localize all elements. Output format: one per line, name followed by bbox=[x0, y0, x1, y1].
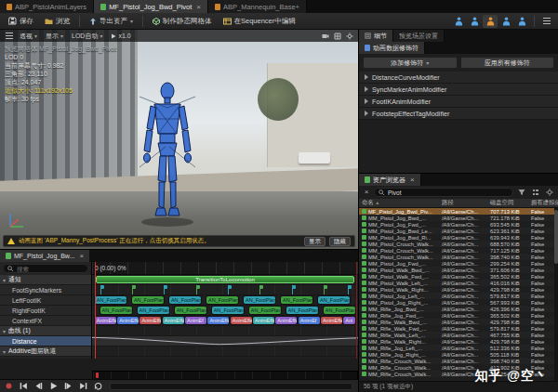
anim-effect-notify-tag[interactable]: AnimEffect bbox=[207, 317, 229, 324]
playback-loop-button[interactable] bbox=[91, 381, 105, 392]
timeline-row-3[interactable]: AN_FootPlant_RightAN_FootPlant_LeftAN_Fo… bbox=[92, 306, 358, 316]
track-label-5[interactable]: ▾曲线 (1) bbox=[0, 326, 91, 336]
footplant-notify-tag[interactable]: AN_FootPlant_Left bbox=[244, 296, 275, 304]
preview-character-mannequin[interactable] bbox=[138, 82, 197, 223]
anim-effect-notify-tag[interactable]: AnimEffect bbox=[163, 317, 184, 324]
footplant-notify-tag[interactable]: AN_FootPlant_Right bbox=[324, 307, 355, 314]
track-label-2[interactable]: LeftFootIK bbox=[0, 295, 91, 306]
asset-row[interactable]: MM_Pistol_Walk_Fwd_.../All/Game/Ch...365… bbox=[359, 273, 554, 280]
document-tab[interactable]: ABP_PistolAnimLayers bbox=[0, 0, 94, 13]
asset-search-input[interactable] bbox=[388, 189, 509, 196]
character-preview-button[interactable] bbox=[514, 15, 529, 28]
asset-row[interactable]: MM_Rifle_Jog_Bwd_.../All/Game/Ch...426.3… bbox=[359, 306, 554, 312]
track-label-0[interactable]: ▾通知 bbox=[0, 275, 91, 285]
document-tab[interactable]: ABP_Mannequin_Base+ bbox=[208, 0, 307, 13]
tab-details[interactable]: 细节 bbox=[359, 30, 393, 42]
column-virtualized[interactable]: 拥有虚拟化数据 bbox=[528, 199, 558, 207]
view-options-button[interactable] bbox=[530, 188, 541, 198]
timeline-row-0[interactable]: TransitionToLocomotion bbox=[92, 275, 358, 285]
column-name[interactable]: 命名 ▲ bbox=[359, 199, 439, 207]
warning-hide-button[interactable]: 隐藏 bbox=[329, 237, 351, 246]
asset-row[interactable]: MM_Pistol_Walk_Right.../All/Game/Ch...42… bbox=[359, 286, 554, 293]
scrubber-handle[interactable] bbox=[96, 372, 99, 378]
perspective-dropdown[interactable]: 透视▾ bbox=[16, 31, 41, 41]
track-label-6[interactable]: Distance bbox=[0, 336, 91, 346]
footplant-notify-tag[interactable]: AN_FootPlant_Left bbox=[169, 296, 201, 304]
sync-marker[interactable] bbox=[324, 285, 325, 294]
timeline-row-5[interactable] bbox=[92, 326, 358, 336]
anim-effect-notify-tag[interactable]: Ani bbox=[343, 317, 355, 324]
clear-search-button[interactable]: × bbox=[362, 188, 371, 197]
apply-all-modifiers-button[interactable]: 应用所有修饰符 bbox=[460, 57, 555, 69]
scrollbar[interactable] bbox=[554, 208, 558, 381]
asset-row[interactable]: MM_Rifle_Walk_Right.../All/Game/Ch...429… bbox=[359, 338, 554, 345]
anim-effect-notify-tag[interactable]: AnimEffect bbox=[275, 317, 297, 324]
modifier-item[interactable]: FootIKAnimModifier bbox=[359, 96, 558, 108]
anim-effect-notify-tag[interactable]: AnimEffectFo bbox=[117, 317, 139, 324]
asset-row[interactable]: MM_Pistol_Walk_Left_.../All/Game/Ch...41… bbox=[359, 280, 554, 286]
asset-row[interactable]: MM_Pistol_Crouch_Walk.../All/Game/Ch...3… bbox=[359, 254, 554, 260]
playback-speed-dropdown[interactable]: x1.0 bbox=[107, 31, 134, 41]
footplant-notify-tag[interactable]: AN_FootPlant_Left bbox=[95, 296, 126, 304]
track-label-3[interactable]: RightFootIK bbox=[0, 306, 91, 316]
add-modifier-button[interactable]: 添加修饰符 ▾ bbox=[363, 57, 458, 69]
timeline-tab[interactable]: MF_Pistol_Jog_Bw... × bbox=[0, 250, 89, 262]
footplant-notify-tag[interactable]: AN_FootPlant_Right bbox=[100, 307, 132, 314]
playback-record-button[interactable] bbox=[2, 381, 16, 392]
modifier-item[interactable]: DistanceCurveModifier bbox=[359, 72, 558, 84]
filter-button[interactable] bbox=[516, 188, 527, 198]
lod-dropdown[interactable]: LOD自动▾ bbox=[68, 31, 106, 41]
viewport-settings-button[interactable] bbox=[343, 31, 355, 41]
asset-row[interactable]: MM_Pistol_Crouch_Walk.../All/Game/Ch...6… bbox=[359, 241, 554, 247]
timeline-search-input[interactable] bbox=[17, 266, 84, 272]
toolbar-menu-button[interactable] bbox=[539, 15, 554, 28]
timeline-track-area[interactable]: 0 (0.00) 0% TransitionToLocomotionAN_Foo… bbox=[92, 262, 358, 359]
anim-effect-notify-tag[interactable]: AnimEffect bbox=[95, 317, 116, 324]
asset-row[interactable]: MM_Rifle_Jog_Left_.../All/Game/Ch...512.… bbox=[359, 345, 554, 351]
footplant-notify-tag[interactable]: AN_FootPlant_Left bbox=[286, 307, 318, 314]
sync-marker[interactable] bbox=[292, 285, 293, 294]
asset-row[interactable]: MM_Rifle_Walk_Left_.../All/Game/Ch...467… bbox=[359, 332, 554, 338]
footplant-notify-tag[interactable]: AN_FootPlant_Left bbox=[212, 307, 244, 314]
viewport-grid-button[interactable] bbox=[331, 31, 343, 41]
column-disk-size[interactable]: 磁盘空间 bbox=[487, 199, 528, 207]
warning-show-button[interactable]: 显示 bbox=[304, 237, 326, 246]
asset-row[interactable]: MM_Pistol_Jog_Fwd_.../All/Game/Ch...299.… bbox=[359, 260, 554, 267]
playback-play-button[interactable] bbox=[46, 381, 60, 392]
asset-row[interactable]: MM_Rifle_Walk_Bwd_.../All/Game/Ch...429.… bbox=[359, 319, 554, 325]
asset-row[interactable]: MM_Pistol_Jog_Fwd_.../All/Game/Ch...693.… bbox=[359, 221, 554, 228]
save-button[interactable]: 保存 bbox=[4, 15, 38, 28]
tab-anim-data-modifiers[interactable]: 动画数据修饰符 bbox=[359, 42, 425, 54]
tab-preview-scene-settings[interactable]: 预览场景设置 bbox=[393, 30, 445, 42]
make-static-mesh-button[interactable]: 制作静态网格体 bbox=[148, 15, 217, 28]
timeline-row-2[interactable]: AN_FootPlant_LeftAN_FootPlant_RightAN_Fo… bbox=[92, 295, 358, 306]
asset-row[interactable]: MM_Pistol_Crouch_Walk.../All/Game/Ch...7… bbox=[359, 247, 554, 254]
playback-step-forward-button[interactable] bbox=[61, 381, 75, 392]
playhead[interactable] bbox=[95, 262, 96, 359]
asset-row[interactable]: MM_Pistol_Walk_Bwd_.../All/Game/Ch...371… bbox=[359, 267, 554, 273]
playback-step-backward-button[interactable] bbox=[32, 381, 46, 392]
anim-effect-notify-tag[interactable]: AnimEffectFo bbox=[231, 317, 252, 324]
settings-button[interactable] bbox=[544, 188, 555, 198]
sync-marker[interactable] bbox=[196, 285, 197, 294]
anim-effect-notify-tag[interactable]: AnimEffect bbox=[321, 317, 342, 324]
footplant-notify-tag[interactable]: AN_FootPlant_Right bbox=[132, 296, 164, 304]
anim-effect-notify-tag[interactable]: AnimEffe bbox=[140, 317, 161, 324]
timeline-row-1[interactable] bbox=[92, 285, 358, 295]
sync-marker[interactable] bbox=[132, 285, 133, 294]
track-label-7[interactable]: ▾Additive图层轨道 bbox=[0, 346, 91, 357]
modifier-item[interactable]: SyncMarkerAnimModifier bbox=[359, 84, 558, 96]
track-label-1[interactable]: FootSyncMarkers bbox=[0, 285, 91, 295]
sync-marker[interactable] bbox=[164, 285, 165, 294]
timeline-search-box[interactable] bbox=[3, 264, 88, 273]
asset-row[interactable]: MM_Pistol_Jog_Left_.../All/Game/Ch...579… bbox=[359, 293, 554, 299]
footplant-notify-tag[interactable]: AN_FootPlant_Right bbox=[249, 307, 281, 314]
column-path[interactable]: 路径 bbox=[439, 199, 487, 207]
close-tab-icon[interactable]: × bbox=[410, 176, 415, 184]
scrollbar-thumb[interactable] bbox=[554, 210, 558, 264]
footplant-notify-tag[interactable]: AN_FootPlant_Right bbox=[206, 296, 238, 304]
notify-state-bar[interactable]: TransitionToLocomotion bbox=[96, 276, 353, 283]
document-tab[interactable]: MF_Pistol_Jog_Bwd_Pivot× bbox=[94, 0, 208, 13]
viewport-camera-button[interactable] bbox=[319, 31, 331, 41]
edit-in-sequencer-button[interactable]: 在Sequencer中编辑 bbox=[219, 15, 300, 28]
